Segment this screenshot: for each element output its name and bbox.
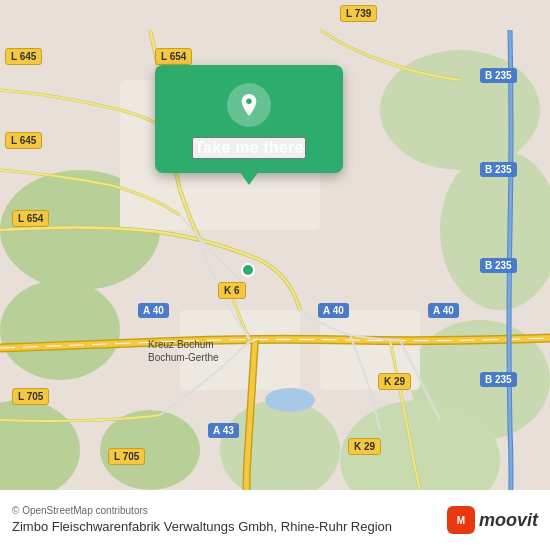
popup-card: Take me there: [155, 65, 343, 173]
osm-attribution: © OpenStreetMap contributors: [12, 505, 439, 516]
moovit-icon: M: [447, 506, 475, 534]
svg-text:M: M: [457, 515, 465, 526]
place-name: Zimbo Fleischwarenfabrik Verwaltungs Gmb…: [12, 519, 439, 536]
svg-point-13: [265, 388, 315, 412]
svg-point-15: [246, 99, 252, 105]
svg-point-14: [242, 264, 254, 276]
bottom-text-container: © OpenStreetMap contributors Zimbo Fleis…: [12, 505, 439, 536]
svg-point-9: [100, 410, 200, 490]
location-pin-icon: [238, 92, 260, 118]
moovit-icon-svg: M: [451, 510, 471, 530]
svg-point-2: [0, 280, 120, 380]
moovit-logo: M moovit: [447, 506, 538, 534]
location-icon: [227, 83, 271, 127]
map-container: L 739 L 645 L 654 L 645 B 235 B 235 B 23…: [0, 0, 550, 550]
svg-point-8: [220, 400, 340, 500]
take-me-there-button[interactable]: Take me there: [192, 137, 305, 159]
bottom-bar: © OpenStreetMap contributors Zimbo Fleis…: [0, 490, 550, 550]
moovit-text: moovit: [479, 510, 538, 531]
